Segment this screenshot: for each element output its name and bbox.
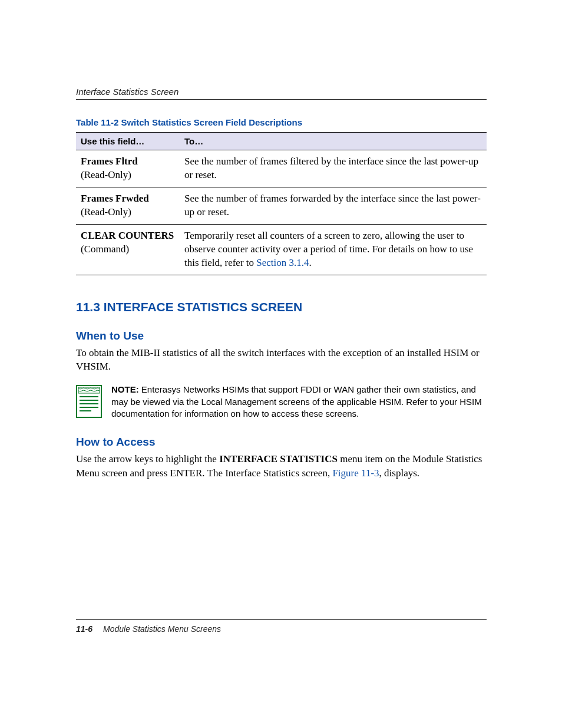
note-label: NOTE: (111, 384, 139, 394)
field-name: CLEAR COUNTERS (81, 230, 174, 241)
footer: 11-6Module Statistics Menu Screens (76, 619, 487, 634)
footer-title: Module Statistics Menu Screens (103, 624, 221, 634)
field-description: See the number of frames filtered by the… (180, 150, 487, 187)
footer-line: 11-6Module Statistics Menu Screens (76, 624, 487, 634)
section-link[interactable]: Section 3.1.4 (256, 257, 309, 268)
table-header-field: Use this field… (76, 133, 180, 150)
table-row: Frames Frwded (Read-Only) See the number… (76, 187, 487, 224)
field-type: (Read-Only) (81, 206, 175, 219)
table-row: CLEAR COUNTERS (Command) Temporarily res… (76, 224, 487, 275)
note-icon (76, 385, 102, 420)
figure-link[interactable]: Figure 11-3 (332, 467, 379, 479)
page-number: 11-6 (76, 624, 92, 634)
table-caption: Table 11-2 Switch Statistics Screen Fiel… (76, 117, 487, 127)
running-head: Interface Statistics Screen (76, 87, 487, 97)
field-type: (Read-Only) (81, 169, 175, 182)
field-name: Frames Frwded (81, 193, 149, 204)
when-to-use-body: To obtain the MIB-II statistics of all t… (76, 346, 487, 374)
note-text: NOTE: Enterasys Networks HSIMs that supp… (111, 384, 487, 420)
note-body: Enterasys Networks HSIMs that support FD… (111, 384, 482, 419)
footer-rule (76, 619, 487, 620)
field-name: Frames Fltrd (81, 156, 138, 167)
howto-prefix: Use the arrow keys to highlight the (76, 453, 219, 465)
section-heading: 11.3 INTERFACE STATISTICS SCREEN (76, 300, 487, 314)
howto-suffix: , displays. (379, 467, 419, 479)
top-rule (76, 99, 487, 100)
field-descriptions-table: Use this field… To… Frames Fltrd (Read-O… (76, 132, 487, 275)
field-description: See the number of frames forwarded by th… (180, 187, 487, 224)
note-block: NOTE: Enterasys Networks HSIMs that supp… (76, 384, 487, 420)
field-description: Temporarily reset all counters of a scre… (180, 224, 487, 275)
page-content: Interface Statistics Screen Table 11-2 S… (76, 87, 487, 488)
table-header-to: To… (180, 133, 487, 150)
field-cell: Frames Frwded (Read-Only) (76, 187, 180, 224)
how-to-access-heading: How to Access (76, 436, 487, 449)
field-type: (Command) (81, 243, 175, 256)
table-row: Frames Fltrd (Read-Only) See the number … (76, 150, 487, 187)
table-header-row: Use this field… To… (76, 133, 487, 150)
desc-prefix: Temporarily reset all counters of a scre… (184, 230, 473, 268)
when-to-use-heading: When to Use (76, 330, 487, 342)
desc-suffix: . (309, 257, 312, 268)
how-to-access-body: Use the arrow keys to highlight the INTE… (76, 452, 487, 480)
howto-strong: INTERFACE STATISTICS (219, 453, 338, 465)
field-cell: Frames Fltrd (Read-Only) (76, 150, 180, 187)
field-cell: CLEAR COUNTERS (Command) (76, 224, 180, 275)
